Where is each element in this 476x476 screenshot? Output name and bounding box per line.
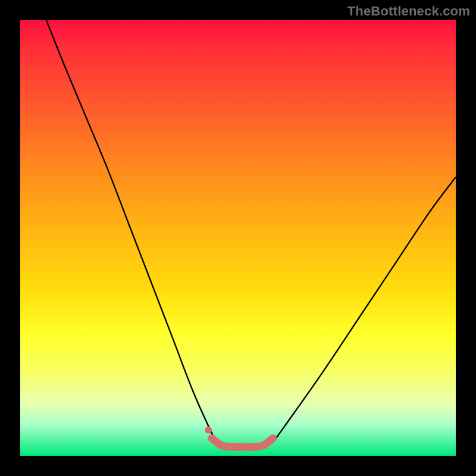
left-branch-curve [46,20,216,443]
plot-area [20,20,456,456]
valley-start-dot [205,427,212,434]
watermark-label: TheBottleneck.com [347,4,470,19]
chart-stage: TheBottleneck.com [0,0,476,476]
valley-highlight [212,439,273,447]
curve-layer [20,20,456,456]
right-branch-curve [273,177,456,443]
